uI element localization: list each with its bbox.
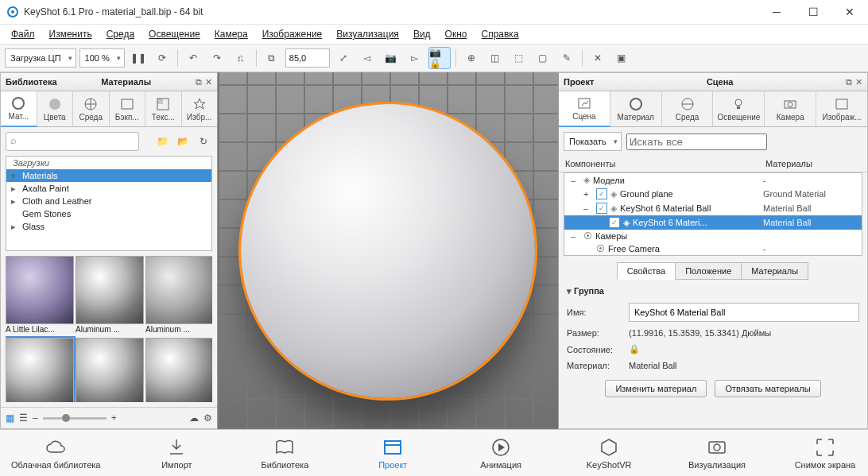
tab-image[interactable]: Изображ... bbox=[816, 91, 867, 126]
box-button[interactable]: ▢ bbox=[533, 48, 553, 68]
bb-cloud[interactable]: Облачная библиотека bbox=[11, 436, 101, 470]
tab-backplates[interactable]: Бэкп... bbox=[110, 91, 146, 126]
history-button[interactable]: ⎌ bbox=[231, 48, 251, 68]
scene-search-input[interactable] bbox=[626, 134, 767, 150]
camera-lock-button[interactable]: 📷🔒 bbox=[428, 47, 451, 69]
subtab-position[interactable]: Положение bbox=[675, 262, 742, 280]
tab-scene[interactable]: Сцена bbox=[559, 91, 610, 127]
unlink-materials-button[interactable]: Отвязать материалы bbox=[715, 380, 820, 397]
nav-next-button[interactable]: ▻ bbox=[405, 48, 425, 68]
panel-close-icon[interactable]: ✕ bbox=[205, 77, 212, 87]
cube-button[interactable]: ⬚ bbox=[509, 48, 529, 68]
bb-vr[interactable]: KeyShotVR bbox=[577, 436, 641, 470]
bb-screenshot[interactable]: Снимок экрана bbox=[793, 436, 857, 470]
menu-help[interactable]: Справка bbox=[475, 27, 525, 41]
edit-material-button[interactable]: Изменить материал bbox=[605, 380, 707, 397]
tab-environments[interactable]: Среда bbox=[73, 91, 110, 126]
minimize-button[interactable]: ─ bbox=[758, 0, 795, 24]
tree-row[interactable]: –✓◈KeyShot 6 Material BallMaterial Ball bbox=[564, 201, 862, 215]
folder-refresh-icon[interactable]: ↻ bbox=[195, 133, 212, 150]
viewport[interactable] bbox=[218, 72, 558, 429]
menu-image[interactable]: Изображение bbox=[256, 27, 329, 41]
show-filter[interactable]: Показать bbox=[564, 132, 622, 151]
thumb-size-slider[interactable] bbox=[43, 417, 107, 420]
geom-button[interactable]: ◫ bbox=[485, 48, 506, 68]
thumb-item[interactable]: Aluminum ... bbox=[6, 338, 72, 402]
dock-icon[interactable]: ⧉ bbox=[196, 77, 202, 87]
grid-view-icon[interactable]: ▦ bbox=[6, 412, 14, 424]
folder-item[interactable]: ▸Cloth and Leather bbox=[6, 195, 211, 207]
menu-view[interactable]: Вид bbox=[407, 27, 437, 41]
maximize-button[interactable]: ☐ bbox=[795, 0, 831, 24]
menu-edit[interactable]: Изменить bbox=[43, 27, 99, 41]
subtab-materials[interactable]: Материалы bbox=[741, 262, 808, 280]
script-button[interactable]: ▣ bbox=[611, 48, 632, 68]
close-button[interactable]: ✕ bbox=[831, 0, 868, 24]
tab-material[interactable]: Материал bbox=[610, 91, 662, 126]
tab-textures[interactable]: Текс... bbox=[145, 91, 182, 126]
menu-window[interactable]: Окно bbox=[439, 27, 474, 41]
list-view-icon[interactable]: ☰ bbox=[19, 412, 28, 424]
tree-row[interactable]: ⦿Free Camera- bbox=[564, 242, 862, 255]
tab-materials[interactable]: Мат... bbox=[1, 91, 37, 127]
dock-icon[interactable]: ⧉ bbox=[846, 77, 852, 87]
folder-item[interactable]: ▸Glass bbox=[6, 220, 211, 233]
cpu-label[interactable]: Загрузка ЦП bbox=[5, 48, 76, 68]
zoom-out-icon[interactable]: – bbox=[33, 412, 38, 424]
thumb-item[interactable]: Aluminum ... bbox=[76, 256, 142, 335]
scene-tree[interactable]: –◈Модели-+✓◈Ground planeGround Material–… bbox=[564, 172, 862, 256]
bb-animation[interactable]: Анимация bbox=[469, 436, 533, 470]
edit-button[interactable]: ✎ bbox=[556, 48, 577, 68]
undo-button[interactable]: ↶ bbox=[183, 48, 203, 68]
tree-row[interactable]: +✓◈Ground planeGround Material bbox=[564, 187, 862, 201]
bb-project[interactable]: Проект bbox=[361, 436, 424, 470]
tree-row[interactable]: –◈Модели- bbox=[564, 173, 862, 187]
add-button[interactable]: ⊕ bbox=[461, 48, 482, 68]
prop-name-input[interactable] bbox=[629, 303, 859, 322]
folder-add-icon[interactable]: 📁 bbox=[153, 133, 171, 150]
prop-state-value[interactable]: 🔒 bbox=[629, 344, 859, 354]
redo-button[interactable]: ↷ bbox=[207, 48, 227, 68]
subtab-properties[interactable]: Свойства bbox=[617, 262, 676, 280]
tab-favorites[interactable]: Избр... bbox=[182, 91, 218, 126]
folder-item[interactable]: Gem Stones bbox=[6, 207, 211, 220]
panel-close-icon[interactable]: ✕ bbox=[855, 77, 862, 87]
thumb-item[interactable]: Aluminum ... bbox=[145, 338, 212, 402]
thumb-item[interactable]: A Little Lilac... bbox=[6, 256, 72, 335]
group-section[interactable]: Группа bbox=[559, 283, 867, 300]
tab-lighting[interactable]: Освещение bbox=[713, 91, 765, 126]
menu-camera[interactable]: Камера bbox=[208, 27, 254, 41]
library-search-input[interactable] bbox=[6, 132, 139, 151]
frame-icon[interactable]: ⧉ bbox=[262, 48, 282, 68]
thumb-item[interactable]: Aluminum ... bbox=[76, 338, 142, 402]
folder-icon[interactable]: 📂 bbox=[174, 133, 192, 150]
tree-row[interactable]: ✓◈KeyShot 6 Materi...Material Ball bbox=[564, 215, 862, 230]
folder-item[interactable]: ▸Axalta Paint bbox=[6, 182, 211, 195]
pause-button[interactable]: ❚❚ bbox=[128, 48, 149, 68]
nav-prev-button[interactable]: ◅ bbox=[357, 48, 378, 68]
camera-button[interactable]: 📷 bbox=[381, 48, 401, 68]
bb-render[interactable]: Визуализация bbox=[685, 436, 749, 470]
cpu-value[interactable]: 100 % bbox=[79, 48, 125, 68]
tab-env[interactable]: Среда bbox=[662, 91, 714, 126]
link-button[interactable]: ✕ bbox=[587, 48, 608, 68]
zoom-in-icon[interactable]: + bbox=[111, 412, 117, 424]
material-folder-list[interactable]: Загрузки ▾Materials ▸Axalta Paint ▸Cloth… bbox=[6, 156, 212, 251]
tab-colors[interactable]: Цвета bbox=[37, 91, 74, 126]
bb-library[interactable]: Библиотека bbox=[253, 436, 316, 470]
bb-import[interactable]: Импорт bbox=[145, 436, 208, 470]
refresh-button[interactable]: ⟳ bbox=[152, 48, 172, 68]
framesize-field[interactable]: 85,0 bbox=[285, 48, 330, 68]
menu-env[interactable]: Среда bbox=[100, 27, 141, 41]
menu-render[interactable]: Визуализация bbox=[330, 27, 405, 41]
settings-icon[interactable]: ⚙ bbox=[203, 412, 212, 424]
thumb-item[interactable]: Aluminum ... bbox=[145, 256, 212, 335]
tree-row[interactable]: –⦿Камеры bbox=[564, 230, 862, 242]
folder-item[interactable]: ▾Materials bbox=[6, 169, 211, 182]
menu-lighting[interactable]: Освещение bbox=[142, 27, 207, 41]
cloud-icon[interactable]: ☁ bbox=[189, 412, 199, 424]
tab-camera[interactable]: Камера bbox=[765, 91, 816, 126]
zoom-extents-button[interactable]: ⤢ bbox=[333, 48, 354, 68]
material-ball[interactable] bbox=[241, 104, 535, 398]
menu-file[interactable]: Файл bbox=[5, 27, 41, 41]
